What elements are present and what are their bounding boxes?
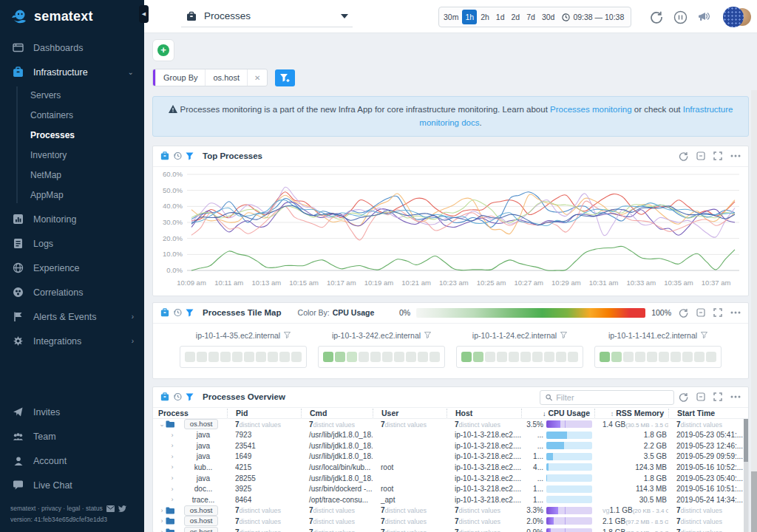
panel-menu-icon[interactable]	[730, 395, 741, 398]
process-tile[interactable]	[430, 352, 440, 362]
panel-collapse-icon[interactable]	[696, 151, 705, 160]
row-chevron-icon[interactable]: ›	[158, 507, 166, 514]
app-selector[interactable]: Processes	[181, 5, 353, 27]
sidebar-item-appmap[interactable]: AppMap	[0, 185, 144, 205]
row-chevron-icon[interactable]: ›	[169, 496, 176, 503]
filter-funnel-icon[interactable]	[186, 309, 194, 317]
filter-input[interactable]	[556, 393, 668, 402]
process-tile[interactable]	[382, 352, 393, 362]
tile-group-host[interactable]: ip-10-1-1-141.ec2.internal	[608, 331, 697, 340]
sidebar-item-infrastructure[interactable]: Infrastructure⌄	[0, 60, 144, 84]
process-tile[interactable]	[694, 352, 705, 362]
process-tile[interactable]	[185, 352, 195, 362]
tile-group-filter-icon[interactable]	[424, 332, 431, 338]
history-icon[interactable]	[173, 308, 182, 317]
table-row[interactable]: ›java 7923 /usr/lib/jdk1.8.0_18... ip-10…	[153, 429, 748, 440]
row-chevron-icon[interactable]: ›	[158, 517, 166, 525]
panel-menu-icon[interactable]	[730, 154, 741, 157]
panel-expand-icon[interactable]	[713, 151, 722, 160]
pause-icon[interactable]	[673, 10, 688, 24]
panel-expand-icon[interactable]	[713, 308, 722, 317]
panel-refresh-icon[interactable]	[679, 308, 688, 318]
table-scrollbar[interactable]	[744, 419, 748, 532]
row-chevron-icon[interactable]: ›	[169, 442, 176, 449]
filter-funnel-icon[interactable]	[186, 152, 194, 160]
group-chip[interactable]: os.host	[184, 516, 219, 526]
sidebar-item-integrations[interactable]: Integrations›	[0, 329, 144, 353]
process-tile[interactable]	[347, 352, 357, 362]
time-range-30d[interactable]: 30d	[539, 10, 558, 24]
time-range-display[interactable]: 09:38 — 10:38	[558, 13, 629, 21]
email-icon[interactable]	[106, 505, 115, 512]
sidebar-item-correlations[interactable]: Correlations	[0, 280, 144, 304]
process-tile[interactable]	[268, 352, 278, 362]
row-chevron-icon[interactable]: ›	[158, 528, 166, 532]
process-tile[interactable]	[359, 352, 369, 362]
row-chevron-icon[interactable]: ›	[169, 463, 176, 471]
tile-group-host[interactable]: ip-10-1-3-242.ec2.internal	[332, 331, 421, 340]
sidebar-collapse-button[interactable]: ◀	[139, 5, 149, 23]
add-button[interactable]: +	[152, 39, 174, 61]
table-row[interactable]: ›java 23541 /usr/lib/jdk1.8.0_18... ip-1…	[153, 440, 748, 451]
color-by-value[interactable]: CPU Usage	[333, 308, 375, 317]
row-chevron-icon[interactable]: ›	[169, 474, 176, 482]
time-range-1h[interactable]: 1h	[462, 10, 477, 24]
announcements-icon[interactable]	[698, 10, 713, 24]
panel-expand-icon[interactable]	[713, 392, 722, 401]
sidebar-item-team[interactable]: Team	[0, 424, 144, 449]
time-range-2h[interactable]: 2h	[478, 10, 492, 24]
row-chevron-icon[interactable]: ›	[169, 485, 176, 493]
table-row[interactable]: ›os.host 7distinct values 7distinct valu…	[153, 516, 748, 527]
col-process[interactable]: Process	[153, 409, 227, 417]
banner-link-processes-monitoring[interactable]: Processes monitoring	[550, 105, 632, 114]
process-tile[interactable]	[208, 352, 219, 362]
history-icon[interactable]	[173, 392, 182, 401]
tile-group-filter-icon[interactable]	[701, 332, 707, 338]
panel-menu-icon[interactable]	[730, 311, 741, 314]
sidebar-item-inventory[interactable]: Inventory	[0, 145, 144, 165]
process-tile[interactable]	[635, 352, 645, 362]
col-start[interactable]: Start Time	[668, 409, 745, 417]
col-user[interactable]: User	[373, 409, 447, 417]
tile-group-host[interactable]: ip-10-1-1-24.ec2.internal	[472, 331, 557, 340]
process-tile[interactable]	[706, 352, 716, 362]
col-rss[interactable]: ↕ RSS Memory	[594, 409, 668, 417]
table-row[interactable]: ⌄os.host 7distinct values 7distinct valu…	[153, 419, 748, 430]
add-filter-button[interactable]	[275, 69, 295, 86]
logo[interactable]: sematext	[0, 0, 144, 33]
refresh-icon[interactable]	[650, 10, 663, 24]
group-chip[interactable]: os.host	[184, 527, 219, 532]
process-tile[interactable]	[544, 352, 554, 362]
process-tile[interactable]	[497, 352, 507, 362]
history-icon[interactable]	[173, 151, 182, 160]
filter-funnel-icon[interactable]	[186, 393, 194, 401]
sidebar-item-experience[interactable]: Experience	[0, 256, 144, 280]
sidebar-item-servers[interactable]: Servers	[0, 85, 144, 105]
process-tile[interactable]	[611, 352, 622, 362]
row-chevron-icon[interactable]: ⌄	[158, 420, 166, 428]
group-by-value[interactable]: os.host	[205, 69, 246, 86]
process-tile[interactable]	[568, 352, 578, 362]
page-scrollbar-thumb[interactable]	[751, 471, 757, 532]
panel-collapse-icon[interactable]	[696, 392, 705, 401]
process-tile[interactable]	[220, 352, 231, 362]
sidebar-item-containers[interactable]: Containers	[0, 105, 144, 125]
row-chevron-icon[interactable]: ›	[169, 432, 176, 439]
table-row[interactable]: ›java 1649 /usr/lib/jdk1.8.0_18... ip-10…	[153, 451, 748, 463]
col-host[interactable]: Host	[447, 409, 521, 417]
process-tile[interactable]	[682, 352, 693, 362]
process-tile[interactable]	[256, 352, 266, 362]
sidebar-item-processes[interactable]: Processes	[0, 125, 144, 145]
sidebar-item-netmap[interactable]: NetMap	[0, 165, 144, 185]
tile-group-host[interactable]: ip-10-1-4-35.ec2.internal	[196, 331, 280, 340]
table-row[interactable]: ›os.host 7distinct values 7distinct valu…	[153, 505, 748, 516]
process-tile[interactable]	[520, 352, 531, 362]
panel-refresh-icon[interactable]	[679, 392, 688, 402]
process-tile[interactable]	[394, 352, 404, 362]
time-range-7d[interactable]: 7d	[523, 10, 538, 24]
process-tile[interactable]	[244, 352, 254, 362]
sidebar-item-logs[interactable]: Logs	[0, 231, 144, 256]
process-tile[interactable]	[623, 352, 634, 362]
twitter-icon[interactable]	[118, 505, 126, 512]
process-tile[interactable]	[461, 352, 472, 362]
